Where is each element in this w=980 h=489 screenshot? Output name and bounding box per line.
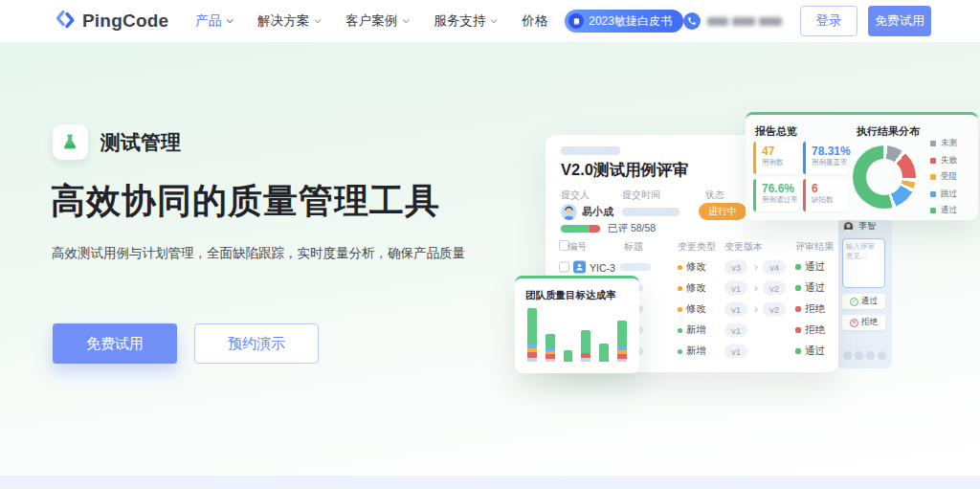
change-type-label: 新增 [686,323,706,337]
review-result: 通过 [795,345,825,358]
bar [546,334,555,362]
row-checkbox[interactable] [559,262,569,273]
stat-box: 47用例数 [753,142,799,174]
chevron-down-icon [403,16,410,23]
book-icon [568,13,584,29]
bar-segment [546,359,555,362]
chevron-down-icon [227,16,234,23]
change-type-label: 修改 [686,281,706,295]
nav-free-trial-button[interactable]: 免费试用 [868,6,931,36]
legend-label: 受阻 [941,171,957,183]
whitepaper-badge[interactable]: 2023敏捷白皮书 [565,10,683,33]
review-comment-textarea[interactable]: 输入评审意见... [842,238,885,288]
hero-free-trial-button[interactable]: 免费试用 [53,323,177,364]
type-dot [678,328,682,333]
stat-value: 6 [812,182,849,195]
hero-subtitle: 高效测试用例与计划管理，全面缺陷跟踪，实时度量分析，确保产品质量 [52,245,465,262]
review-comment-panel: 李智 输入评审意见... ✓ 通过 ✕ 拒绝 [835,212,892,368]
testcase-id: YIC-3 [590,261,615,273]
change-type: 修改 [678,302,706,316]
change-version: v1 [724,345,747,359]
review-result-label: 通过 [805,281,825,295]
bar-segment [546,334,555,348]
hero-buttons: 免费试用 预约演示 [53,323,319,364]
nav-item-support[interactable]: 服务支持 [434,12,496,30]
legend-swatch [930,174,936,180]
column-header: 变更版本 [724,240,763,254]
bar [564,350,573,362]
placeholder-bar [622,208,679,216]
time-label: 提交时间 [622,189,660,202]
stat-box: 76.6%用例通过率 [753,179,799,211]
chevron-down-icon [491,16,498,23]
chevron-down-icon [315,16,322,23]
type-dot [678,307,682,312]
nav-item-solutions[interactable]: 解决方案 [257,12,320,30]
phone-icon [683,12,701,30]
reviewer-avatar [842,220,855,233]
flask-icon [53,124,88,160]
review-result: 拒绝 [795,302,825,316]
phone-contact[interactable] [683,12,782,30]
nav-item-products[interactable]: 产品 [195,12,232,30]
whitepaper-badge-label: 2023敏捷白皮书 [589,13,672,30]
review-result: 拒绝 [795,323,825,337]
change-type: 修改 [678,281,706,295]
chart-title: 团队质量目标达成率 [525,289,616,302]
stacked-bar-chart [527,306,627,362]
review-result: 通过 [795,281,825,295]
version-pill: v4 [763,260,786,275]
column-header: 评审结果 [795,240,834,254]
progress-green-segment [561,225,590,233]
bar [599,344,609,362]
type-dot [678,349,682,354]
pagination-dots [843,351,886,360]
bar-segment [581,330,590,353]
bar-segment [564,350,573,362]
bar-segment [599,344,609,362]
version-pill: v3 [724,260,747,275]
stat-label: 缺陷数 [812,195,849,205]
bar-segment [581,358,590,362]
type-dot [678,286,682,291]
legend-swatch [930,191,936,197]
hero-demo-button[interactable]: 预约演示 [194,323,319,364]
login-button[interactable]: 登录 [800,6,858,36]
status-label: 状态 [705,189,724,202]
arrow-right-icon [752,264,758,270]
pingcode-logo[interactable]: PingCode [54,8,168,34]
review-result-label: 拒绝 [805,302,825,316]
change-version: v1v2 [724,302,786,317]
nav-item-customers[interactable]: 客户案例 [345,12,408,30]
placeholder-bar [561,146,620,155]
reviewer: 李智 [842,220,885,233]
placeholder-bar [620,263,651,271]
approve-button[interactable]: ✓ 通过 [842,294,885,309]
brand-name: PingCode [82,11,168,32]
legend-item: 受阻 [930,171,957,183]
row-select: YIC-3 [559,261,615,274]
stat-label: 用例通过率 [762,195,799,205]
nav-item-pricing[interactable]: 价格 [522,12,547,30]
legend-item: 通过 [930,205,957,216]
version-pill: v2 [763,281,786,296]
bar-segment [617,359,627,362]
nav-right-group: 登录 免费试用 [683,6,931,36]
change-type-label: 修改 [686,260,706,274]
version-pill: v2 [763,302,786,317]
legend-label: 通过 [941,205,957,216]
table-row: YIC-3修改v3v4通过 [546,257,838,277]
bar-segment [527,308,537,345]
donut-title: 执行结果分布 [857,124,920,139]
review-result-label: 拒绝 [805,323,825,337]
review-result-label: 通过 [805,345,825,358]
stat-box: 78.31%用例覆盖率 [803,142,849,174]
result-dot [795,285,801,291]
review-result-label: 通过 [805,260,825,274]
pingcode-logo-icon [54,8,77,34]
legend-swatch [930,208,936,213]
change-version: v1v2 [724,281,786,296]
status-badge: 进行中 [699,203,746,220]
reject-button[interactable]: ✕ 拒绝 [842,315,885,330]
stat-value: 78.31% [812,144,849,158]
